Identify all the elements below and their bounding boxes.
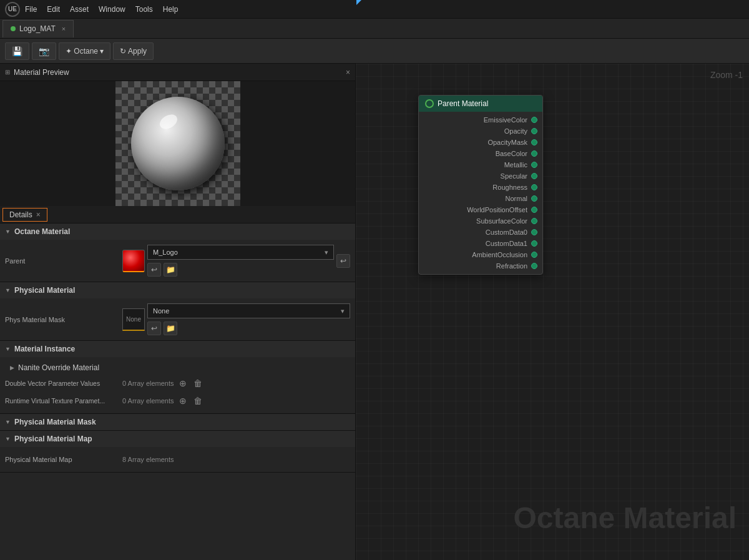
phys-dropdown-arrow-icon: ▾ — [341, 307, 345, 315]
pin-connector[interactable] — [531, 162, 537, 168]
pin-row: Normal — [419, 193, 542, 204]
runtime-vt-add-button[interactable]: ⊕ — [177, 395, 189, 407]
pin-connector[interactable] — [531, 128, 537, 134]
double-vector-value: 0 Array elements ⊕ 🗑 — [122, 377, 350, 390]
phys-mask-value: None None ▾ ↩ 📁 — [122, 303, 350, 335]
details-tab[interactable]: Details × — [2, 208, 47, 222]
pin-row: Metallic — [419, 159, 542, 170]
phys-material-mask-header[interactable]: ▼ Physical Material Mask — [0, 414, 355, 430]
parent-browse-button[interactable]: 📁 — [164, 263, 177, 277]
physical-material-header[interactable]: ▼ Physical Material — [0, 282, 355, 298]
menu-file[interactable]: File — [25, 5, 37, 14]
node-title: Parent Material — [438, 99, 488, 108]
pin-connector[interactable] — [531, 139, 537, 145]
octane-material-watermark: Octane Material — [514, 501, 737, 535]
main-layout: ⊞ Material Preview × Details × — [0, 64, 749, 560]
phys-material-map-section: ▼ Physical Material Map Physical Materia… — [0, 431, 355, 473]
preview-panel-title: Material Preview — [14, 68, 342, 77]
octane-label: ✦ Octane ▾ — [66, 47, 104, 56]
pin-label: OpacityMask — [487, 139, 527, 146]
pin-connector[interactable] — [531, 117, 537, 123]
parent-undo-button[interactable]: ↩ — [336, 254, 350, 268]
phys-mask-sub-actions: ↩ 📁 — [147, 322, 350, 335]
runtime-vt-row: Runtime Virtual Texture Paramet... 0 Arr… — [5, 392, 350, 410]
camera-icon: 📷 — [39, 46, 49, 56]
ue-logo: UE — [5, 2, 20, 17]
node-icon — [425, 99, 434, 108]
parent-reset-button[interactable]: ↩ — [147, 263, 161, 277]
preview-area — [0, 81, 355, 206]
pin-connector[interactable] — [531, 195, 537, 202]
pin-row: CustomData0 — [419, 227, 542, 238]
sphere-container — [115, 81, 240, 206]
pin-connector[interactable] — [531, 184, 537, 190]
pin-connector[interactable] — [531, 150, 537, 157]
runtime-vt-delete-button[interactable]: 🗑 — [192, 395, 204, 407]
phys-mask-swatch[interactable]: None — [122, 308, 145, 331]
pin-label: Specular — [501, 172, 527, 180]
octane-material-header[interactable]: ▼ Octane Material — [0, 224, 355, 240]
phys-mask-browse-button[interactable]: 📁 — [164, 322, 177, 335]
apply-label: ↻ Apply — [120, 47, 147, 56]
phys-material-mask-section: ▼ Physical Material Mask — [0, 414, 355, 431]
pin-row: Specular — [419, 170, 542, 182]
parent-material-node[interactable]: Parent Material EmissiveColorOpacityOpac… — [418, 95, 543, 275]
menu-asset[interactable]: Asset — [70, 5, 89, 14]
menu-edit[interactable]: Edit — [47, 5, 60, 14]
material-instance-content: ▶ Nanite Override Material Double Vector… — [0, 357, 355, 413]
menu-window[interactable]: Window — [99, 5, 125, 14]
save-button[interactable]: 💾 — [5, 42, 29, 60]
phys-mask-label: Phys Material Mask — [5, 316, 117, 323]
logo-mat-tab[interactable]: Logo_MAT × — [2, 20, 74, 37]
grid-icon: ⊞ — [5, 69, 10, 76]
tab-name: Logo_MAT — [19, 24, 56, 33]
node-header: Parent Material — [419, 96, 542, 112]
pin-label: Roughness — [492, 184, 527, 191]
preview-panel-close[interactable]: × — [346, 68, 350, 77]
parent-color-swatch[interactable] — [122, 250, 145, 272]
phys-mask-reset-button[interactable]: ↩ — [147, 322, 161, 335]
pmm-arrow-icon: ▼ — [5, 419, 11, 425]
pin-connector[interactable] — [531, 207, 537, 213]
nanite-row[interactable]: ▶ Nanite Override Material — [5, 361, 350, 375]
pin-row: Roughness — [419, 182, 542, 193]
save-icon: 💾 — [12, 46, 22, 56]
pin-connector[interactable] — [531, 240, 537, 247]
phys-mask-dropdown[interactable]: None ▾ — [147, 303, 350, 318]
octane-material-title: Octane Material — [14, 227, 70, 236]
tab-close-button[interactable]: × — [62, 25, 66, 32]
pin-connector[interactable] — [531, 252, 537, 258]
pin-row: CustomData1 — [419, 238, 542, 249]
menu-tools[interactable]: Tools — [135, 5, 153, 14]
graph-background — [356, 64, 749, 560]
details-tab-close[interactable]: × — [36, 210, 41, 219]
octane-material-section: ▼ Octane Material Parent M_Logo ▾ — [0, 224, 355, 282]
dropdown-arrow-icon: ▾ — [325, 248, 328, 257]
pin-row: Refraction — [419, 260, 542, 272]
pin-connector[interactable] — [531, 263, 537, 269]
pmap-arrow-icon: ▼ — [5, 436, 11, 442]
tab-bar: Logo_MAT × — [0, 19, 749, 39]
apply-button[interactable]: ↻ Apply — [113, 42, 154, 60]
pin-connector[interactable] — [531, 218, 537, 224]
phys-material-map-header[interactable]: ▼ Physical Material Map — [0, 431, 355, 447]
node-graph-panel[interactable]: Zoom -1 Parent Material EmissiveColorOpa… — [356, 64, 749, 560]
octane-button[interactable]: ✦ Octane ▾ — [59, 42, 110, 60]
pin-connector[interactable] — [531, 173, 537, 179]
nanite-label: Nanite Override Material — [18, 363, 99, 372]
double-vector-delete-button[interactable]: 🗑 — [192, 377, 204, 390]
double-vector-add-button[interactable]: ⊕ — [177, 377, 189, 390]
menu-help[interactable]: Help — [163, 5, 179, 14]
physical-material-section: ▼ Physical Material Phys Material Mask N… — [0, 282, 355, 341]
pin-row: WorldPositionOffset — [419, 204, 542, 215]
pin-connector[interactable] — [531, 229, 537, 235]
physical-material-title: Physical Material — [14, 286, 75, 295]
camera-button[interactable]: 📷 — [32, 42, 56, 60]
parent-dropdown-value: M_Logo — [153, 248, 178, 256]
pin-label: Refraction — [496, 262, 527, 270]
arrow-icon: ▼ — [5, 228, 11, 235]
material-instance-header[interactable]: ▼ Material Instance — [0, 341, 355, 357]
pin-row: EmissiveColor — [419, 114, 542, 125]
parent-dropdown[interactable]: M_Logo ▾ — [147, 245, 334, 260]
double-vector-row: Double Vector Parameter Values 0 Array e… — [5, 375, 350, 392]
